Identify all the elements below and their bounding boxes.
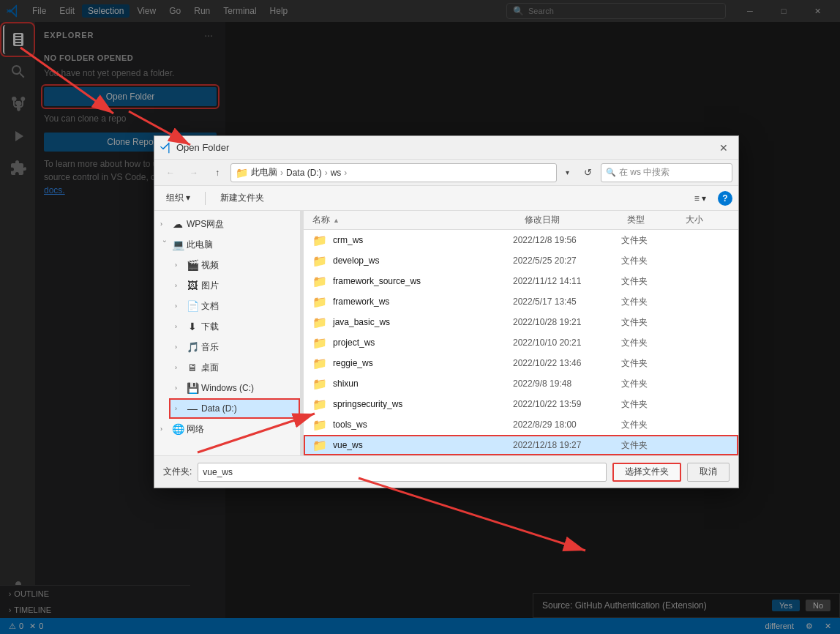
file-date-crm: 2022/12/8 19:56 [513,235,615,245]
file-name-shixun: shixun [333,378,507,389]
col-size-label: 大小 [686,214,703,226]
folder-icon: 📁 [312,335,327,350]
file-date-develop: 2022/5/25 20:27 [513,256,615,266]
nav-path-sep1: › [325,168,328,178]
nav-path-dropdown[interactable]: ▾ [560,163,574,182]
open-folder-dialog: Open Folder ✕ ← → ↑ 📁 此电脑 › Data (D:) › … [154,135,739,488]
organize-dropdown[interactable]: 组织 ▾ [160,190,196,206]
filename-label: 文件夹: [163,466,192,478]
file-type-develop: 文件夹 [621,255,680,267]
view-button[interactable]: ≡ ▾ [689,191,712,206]
tree-toggle: › [175,282,184,289]
tree-item-data-d[interactable]: › — Data (D:) [169,398,300,419]
folder-icon: 📁 [312,274,327,288]
filelist-header: 名称 ▲ 修改日期 类型 大小 [304,211,738,230]
file-item-shixun[interactable]: 📁 shixun 2022/9/8 19:48 文件夹 [304,373,738,394]
col-name[interactable]: 名称 ▲ [312,214,525,226]
nav-refresh-button[interactable]: ↺ [577,163,598,183]
tree-item-pictures[interactable]: › 🖼 图片 [169,275,300,296]
dialog-close-button[interactable]: ✕ [715,139,732,157]
document-icon: 📄 [187,300,198,312]
col-name-sort: ▲ [333,217,340,224]
file-date-framework-source: 2022/11/12 14:11 [513,276,615,286]
dialog-toolbar: 组织 ▾ 新建文件夹 ≡ ▾ ? [154,186,738,211]
folder-icon: 📁 [312,438,327,452]
tree-item-computer[interactable]: › 💻 此电脑 [154,234,300,255]
select-folder-button[interactable]: 选择文件夹 [612,463,681,482]
col-type[interactable]: 类型 [627,214,686,226]
help-button[interactable]: ? [718,191,732,206]
file-item-develop[interactable]: 📁 develop_ws 2022/5/25 20:27 文件夹 [304,250,738,271]
file-type-framework-source: 文件夹 [621,275,680,288]
tree-item-music[interactable]: › 🎵 音乐 [169,337,300,357]
network-icon: 🌐 [172,423,184,435]
dialog-tree-panel: › ☁ WPS网盘 › 💻 此电脑 › 🎬 视频 › 🖼 [154,211,301,455]
tree-item-wps[interactable]: › ☁ WPS网盘 [154,214,300,234]
video-icon: 🎬 [187,259,198,271]
dialog-bottom: 文件夹: 选择文件夹 取消 [154,455,738,488]
file-item-java-basic[interactable]: 📁 java_basic_ws 2022/10/28 19:21 文件夹 [304,312,738,332]
tree-item-desktop[interactable]: › 🖥 桌面 [169,357,300,378]
music-icon: 🎵 [187,341,198,353]
filelist-items: 📁 crm_ws 2022/12/8 19:56 文件夹 📁 develop_w… [304,230,738,455]
dialog-content: › ☁ WPS网盘 › 💻 此电脑 › 🎬 视频 › 🖼 [154,211,738,455]
folder-icon: 📁 [312,356,327,370]
tree-item-video[interactable]: › 🎬 视频 [169,255,300,275]
nav-path-sep0: › [280,168,283,178]
filename-input[interactable] [198,463,607,482]
file-name-java-basic: java_basic_ws [333,317,507,327]
file-item-tools[interactable]: 📁 tools_ws 2022/8/29 18:00 文件夹 [304,414,738,435]
file-item-framework-source[interactable]: 📁 framework_source_ws 2022/11/12 14:11 文… [304,271,738,291]
nav-path-bar[interactable]: 📁 此电脑 › Data (D:) › ws › [230,163,557,182]
nav-back-button[interactable]: ← [160,163,181,183]
file-date-shixun: 2022/9/8 19:48 [513,378,615,389]
computer-icon: 💻 [172,239,184,250]
folder-icon: 📁 [312,253,327,268]
col-size[interactable]: 大小 [686,214,730,226]
tree-label-pictures: 图片 [201,280,219,292]
tree-toggle: › [160,425,169,433]
nav-search-placeholder: 在 ws 中搜索 [619,166,670,179]
tree-label-data-d: Data (D:) [201,403,237,414]
nav-path-sep2: › [344,168,347,178]
file-item-project[interactable]: 📁 project_ws 2022/10/10 20:21 文件夹 [304,332,738,353]
tree-item-windows-c[interactable]: › 💾 Windows (C:) [169,378,300,398]
tree-item-documents[interactable]: › 📄 文档 [169,296,300,316]
file-item-vue[interactable]: 📁 vue_ws 2022/12/18 19:27 文件夹 [304,435,738,455]
dialog-title: Open Folder [176,142,715,153]
tree-toggle: › [160,220,169,228]
tree-label-wps: WPS网盘 [187,218,224,231]
nav-path-part2: ws [331,168,342,178]
nav-up-button[interactable]: ↑ [207,163,228,183]
download-icon: ⬇ [187,321,198,332]
col-date[interactable]: 修改日期 [525,214,627,226]
file-item-springsecurity[interactable]: 📁 springsecurity_ws 2022/10/22 13:59 文件夹 [304,394,738,414]
nav-path-part1: Data (D:) [286,168,322,178]
file-name-reggie: reggie_ws [333,358,507,368]
tree-label-computer: 此电脑 [187,239,213,251]
file-date-springsecurity: 2022/10/22 13:59 [513,399,615,409]
wps-icon: ☁ [172,218,184,230]
file-date-project: 2022/10/10 20:21 [513,337,615,348]
file-date-vue: 2022/12/18 19:27 [513,440,615,450]
file-item-framework[interactable]: 📁 framework_ws 2022/5/17 13:45 文件夹 [304,291,738,312]
tree-label-windows-c: Windows (C:) [201,383,254,393]
cancel-button[interactable]: 取消 [687,463,730,482]
tree-item-network[interactable]: › 🌐 网络 [154,419,300,439]
folder-icon: 📁 [312,376,327,391]
organize-label: 组织 ▾ [166,192,190,204]
file-item-reggie[interactable]: 📁 reggie_ws 2022/10/22 13:46 文件夹 [304,353,738,373]
tree-toggle: › [175,384,184,392]
file-type-framework: 文件夹 [621,296,680,308]
file-date-tools: 2022/8/29 18:00 [513,419,615,430]
file-item-crm[interactable]: 📁 crm_ws 2022/12/8 19:56 文件夹 [304,230,738,250]
tree-item-downloads[interactable]: › ⬇ 下载 [169,316,300,337]
file-name-framework: framework_ws [333,297,507,307]
folder-icon: 📁 [312,294,327,309]
file-date-reggie: 2022/10/22 13:46 [513,358,615,368]
folder-icon: 📁 [312,315,327,329]
nav-forward-button[interactable]: → [184,163,204,183]
new-folder-label: 新建文件夹 [220,192,264,204]
new-folder-button[interactable]: 新建文件夹 [214,190,270,206]
nav-search-bar[interactable]: 🔍 在 ws 中搜索 [601,163,732,182]
